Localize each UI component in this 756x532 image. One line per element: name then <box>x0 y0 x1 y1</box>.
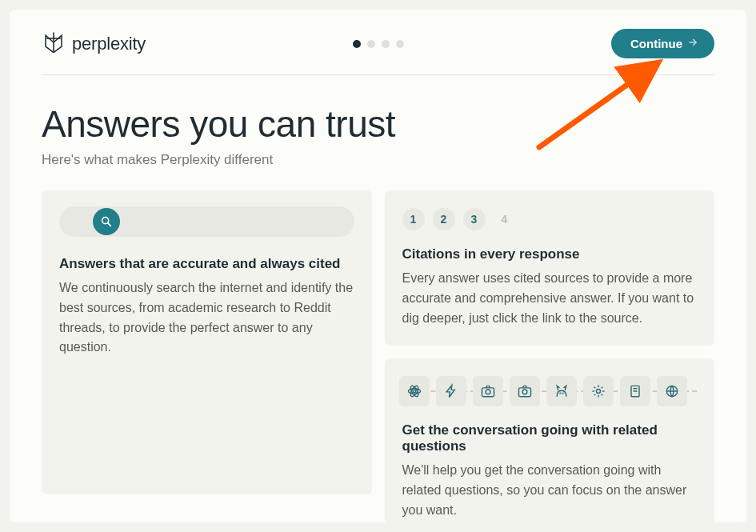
svg-point-8 <box>522 390 527 394</box>
card-accurate: Answers that are accurate and always cit… <box>42 190 372 494</box>
progress-dot-4 <box>396 40 404 48</box>
citation-chip-2: 2 <box>433 208 455 230</box>
search-illustration <box>59 206 354 237</box>
svg-point-6 <box>486 390 490 394</box>
onboarding-page: perplexity Continue Answers you can trus… <box>10 10 746 522</box>
progress-dot-2 <box>367 40 375 48</box>
camera-icon-2 <box>510 376 540 406</box>
globe-icon <box>657 376 687 406</box>
continue-button[interactable]: Continue <box>611 29 714 58</box>
card-related: Get the conversation going with related … <box>385 358 715 532</box>
svg-point-10 <box>562 393 563 394</box>
header: perplexity Continue <box>42 29 714 75</box>
svg-point-11 <box>596 390 600 394</box>
svg-point-9 <box>559 393 560 394</box>
card-accurate-title: Answers that are accurate and always cit… <box>59 256 354 272</box>
bolt-icon <box>436 376 466 406</box>
feature-grid: Answers that are accurate and always cit… <box>42 190 714 532</box>
gear-icon <box>583 376 614 406</box>
card-citations-title: Citations in every response <box>402 246 698 262</box>
page-subtitle: Here's what makes Perplexity different <box>42 152 714 168</box>
continue-button-label: Continue <box>630 37 682 50</box>
card-accurate-desc: We continuously search the internet and … <box>59 278 354 358</box>
card-citations: 1 2 3 4 Citations in every response Ever… <box>385 190 715 346</box>
citation-chip-3: 3 <box>463 208 486 230</box>
progress-dots <box>353 40 404 48</box>
citation-chip-1: 1 <box>402 208 425 230</box>
card-related-title: Get the conversation going with related … <box>402 422 698 454</box>
right-column: 1 2 3 4 Citations in every response Ever… <box>385 190 715 532</box>
arrow-right-icon <box>687 37 698 50</box>
page-title: Answers you can trust <box>42 102 714 146</box>
camera-icon <box>473 376 503 406</box>
hero: Answers you can trust Here's what makes … <box>42 102 714 168</box>
brand-name: perplexity <box>72 34 146 54</box>
card-related-desc: We'll help you get the conversation goin… <box>402 461 698 520</box>
brand-logo-icon <box>42 30 66 58</box>
book-icon <box>620 376 650 406</box>
related-icon-row <box>399 374 698 406</box>
card-citations-desc: Every answer uses cited sources to provi… <box>402 269 698 328</box>
cat-icon <box>546 376 577 406</box>
progress-dot-1 <box>353 40 361 48</box>
atom-icon <box>399 376 430 406</box>
citation-chips: 1 2 3 4 <box>402 206 698 230</box>
search-icon <box>93 208 120 235</box>
brand: perplexity <box>42 30 146 58</box>
citation-chip-4: 4 <box>494 208 516 230</box>
svg-point-1 <box>413 390 415 393</box>
progress-dot-3 <box>382 40 390 48</box>
